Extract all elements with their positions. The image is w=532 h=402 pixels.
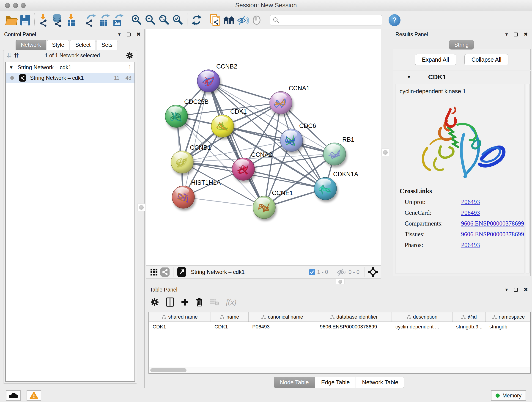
tab-node-table[interactable]: Node Table (274, 377, 315, 388)
network-options-gear-icon[interactable] (126, 51, 133, 59)
cloud-status-button[interactable] (6, 390, 21, 401)
network-edge[interactable] (183, 197, 264, 207)
import-network-file-button[interactable] (37, 13, 51, 27)
float-panel-icon[interactable] (514, 32, 518, 36)
network-badge-button[interactable] (159, 267, 171, 278)
zoom-fit-button[interactable] (157, 13, 171, 27)
column-header-name[interactable]: name (211, 313, 249, 322)
crosslink-link[interactable]: 9606.ENSP00000378699 (461, 231, 524, 238)
table-options-button[interactable] (150, 298, 159, 306)
network-collection-row[interactable]: ▼ String Network – cdk1 1 (6, 62, 134, 73)
column-header-canonical-name[interactable]: canonical name (249, 313, 316, 322)
table-cell[interactable]: CDK1 (149, 322, 211, 332)
float-panel-icon[interactable] (514, 288, 518, 292)
open-file-button[interactable] (5, 13, 18, 27)
network-from-selection-button[interactable] (209, 13, 222, 27)
export-network-button[interactable] (83, 13, 97, 27)
crosslink-link[interactable]: 9606.ENSP00000378699 (461, 220, 524, 227)
delete-column-button[interactable] (196, 298, 203, 306)
network-node-ccna2[interactable] (232, 158, 254, 180)
close-panel-icon[interactable]: ✖ (524, 287, 528, 292)
export-table-button[interactable] (97, 13, 111, 27)
network-node-ccnb2[interactable] (197, 70, 220, 92)
function-builder-button[interactable]: f(x) (226, 298, 236, 306)
network-node-rb1[interactable] (323, 143, 346, 165)
tab-network[interactable]: Network (16, 40, 46, 50)
network-canvas[interactable]: CCNB2CCNA1CDC25BCDK1CDC6RB1CCNB1CCNA2CDK… (146, 29, 381, 265)
collection-expand-icon[interactable]: ▼ (9, 65, 13, 70)
column-header-shared-name[interactable]: shared name (149, 313, 211, 322)
network-node-hist1h1a[interactable] (172, 186, 195, 208)
network-row[interactable]: String Network – cdk1 11 48 (6, 73, 134, 83)
search-input[interactable] (279, 17, 375, 23)
collapse-all-button[interactable]: Collapse All (464, 54, 509, 65)
expand-all-networks-icon[interactable]: ⇈ (14, 52, 19, 58)
network-edge[interactable] (243, 169, 325, 189)
panel-menu-icon[interactable]: ▾ (505, 32, 508, 37)
network-node-cdc6[interactable] (280, 129, 303, 152)
string-home-button[interactable] (222, 13, 236, 27)
import-table-button[interactable] (65, 13, 78, 27)
selected-checkbox-icon[interactable] (309, 269, 315, 275)
node-table-row[interactable]: CDK1CDK1P064939606.ENSP00000378699cyclin… (149, 322, 530, 332)
tab-select[interactable]: Select (70, 40, 96, 50)
show-graphics-details-button[interactable] (250, 13, 264, 27)
gene-section-header[interactable]: ▼ CDK1 (393, 71, 530, 83)
panel-menu-icon[interactable]: ▾ (505, 287, 508, 292)
crosslink-link[interactable]: P06493 (461, 198, 480, 206)
network-node-ccne1[interactable] (253, 196, 275, 219)
collapse-all-networks-icon[interactable]: ⇊ (7, 52, 12, 58)
create-column-button[interactable] (181, 298, 189, 306)
zoom-selected-button[interactable] (171, 13, 185, 27)
tab-style[interactable]: Style (47, 40, 70, 50)
column-header-database-identifier[interactable]: database identifier (316, 313, 392, 322)
network-node-cdk1[interactable] (211, 115, 234, 137)
expand-all-button[interactable]: Expand All (415, 54, 456, 65)
table-horizontal-scrollbar[interactable] (149, 367, 530, 373)
network-edge[interactable] (209, 81, 264, 207)
export-image-button[interactable] (111, 13, 125, 27)
table-cell[interactable]: stringdb:9... (452, 322, 486, 332)
close-panel-icon[interactable]: ✖ (137, 32, 141, 37)
float-panel-icon[interactable] (127, 32, 131, 36)
clear-table-button[interactable] (210, 298, 219, 306)
birds-eye-view-button[interactable] (367, 267, 379, 278)
crosslink-link[interactable]: P06493 (461, 242, 480, 249)
column-header-at-id[interactable]: @id (452, 313, 486, 322)
right-splitter-handle[interactable] (381, 148, 389, 156)
memory-button[interactable]: Memory (491, 390, 526, 401)
enhanced-graphics-toggle-button[interactable] (236, 13, 250, 27)
zoom-out-button[interactable] (143, 13, 157, 27)
table-cell[interactable]: stringdb (486, 322, 531, 332)
table-cell[interactable]: CDK1 (211, 322, 249, 332)
grid-view-button[interactable] (148, 267, 159, 278)
apply-layout-button[interactable] (190, 13, 203, 27)
column-header-namespace[interactable]: namespace (486, 313, 531, 322)
import-network-database-button[interactable] (51, 13, 65, 27)
results-scrollbar[interactable] (526, 84, 530, 274)
warnings-button[interactable] (27, 390, 41, 401)
tab-sets[interactable]: Sets (96, 40, 118, 50)
crosslink-link[interactable]: P06493 (461, 209, 480, 216)
close-panel-icon[interactable]: ✖ (524, 32, 528, 37)
bottom-splitter[interactable] (146, 279, 532, 285)
panel-menu-icon[interactable]: ▾ (118, 32, 121, 37)
scrollbar-thumb[interactable] (150, 368, 186, 372)
table-cell[interactable]: P06493 (249, 322, 316, 332)
network-node-ccnb1[interactable] (171, 151, 193, 173)
tab-edge-table[interactable]: Edge Table (315, 377, 356, 388)
left-splitter-handle[interactable] (138, 204, 145, 211)
network-node-cdkn1a[interactable] (314, 177, 336, 200)
table-cell[interactable]: cyclin-dependent ... (392, 322, 452, 332)
section-expand-icon[interactable]: ▼ (407, 75, 411, 80)
zoom-in-button[interactable] (130, 13, 143, 27)
open-in-window-button[interactable] (176, 267, 187, 278)
help-button[interactable]: ? (389, 14, 400, 26)
show-columns-button[interactable] (166, 298, 174, 307)
tab-network-table[interactable]: Network Table (356, 377, 404, 388)
column-header-description[interactable]: description (392, 313, 452, 322)
network-node-cdc25b[interactable] (165, 105, 188, 128)
tab-string[interactable]: String (449, 40, 474, 50)
save-session-button[interactable] (18, 13, 32, 27)
network-node-ccna1[interactable] (270, 91, 292, 114)
